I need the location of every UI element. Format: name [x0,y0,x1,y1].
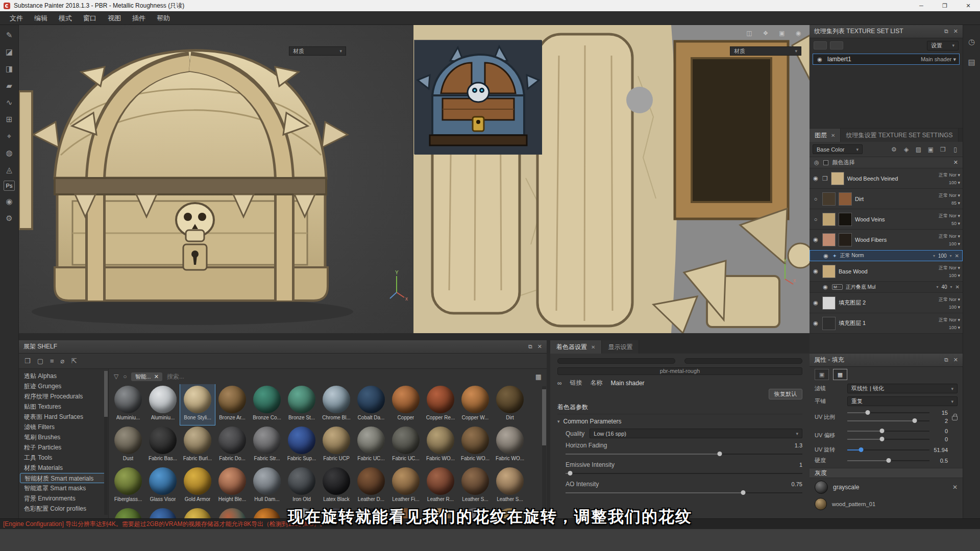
polygon-fill-tool-icon[interactable]: ▰ [3,80,16,92]
menu-item-模式[interactable]: 模式 [53,11,78,25]
layer-visibility-radio[interactable]: ◉ [812,320,819,327]
projection-tool-icon[interactable]: ◨ [3,63,16,75]
menu-item-文件[interactable]: 文件 [4,11,29,25]
shelf-category[interactable]: 材质 Materials [19,463,108,473]
clear-resource-icon[interactable]: ✕ [952,484,958,491]
smudge-tool-icon[interactable]: ∿ [3,96,16,109]
folder-icon[interactable]: ❒ [24,357,31,365]
layer-thumbnail[interactable] [822,233,836,246]
grayscale-thumbnail[interactable] [815,481,828,494]
material-tile[interactable]: Gold Armor [180,466,215,507]
material-tile[interactable]: Dirt [493,384,527,425]
texture-set-action-button[interactable] [814,41,827,49]
quick-mask-tool-icon[interactable]: ◍ [3,147,16,159]
horizon-fading-slider[interactable] [566,450,802,458]
float-panel-icon[interactable]: ⧉ [944,357,948,363]
layer-thumbnail[interactable] [822,192,836,206]
filter-chip[interactable]: 智能... ✕ [131,372,162,381]
shelf-category[interactable]: 笔刷 Brushes [19,432,108,442]
ao-intensity-slider[interactable] [566,489,802,496]
material-tile[interactable]: Leather S... [493,466,527,507]
close-panel-icon[interactable]: ✕ [953,28,958,35]
effect-opacity[interactable]: 100 [938,253,947,259]
material-tile[interactable]: Dust [111,425,145,466]
delete-effect-icon[interactable]: ✕ [955,253,959,259]
material-tile[interactable]: Copper [388,384,423,425]
shelf-category[interactable]: 透贴 Alphas [19,371,108,381]
effect-opacity[interactable]: 40 [941,284,947,290]
layer-opacity[interactable]: 100 ▾ [949,180,960,185]
material-tile[interactable]: Hull Dam... [250,466,284,507]
layer-blend-mode[interactable]: 正常 Nor ▾ [939,192,960,199]
material-grid-scrollbar[interactable] [542,386,546,516]
hardness-value[interactable]: 0.5 [933,458,948,464]
shelf-category[interactable]: 贴图 Textures [19,402,108,412]
layer-thumbnail[interactable] [822,317,836,330]
menu-item-窗口[interactable]: 窗口 [78,11,102,25]
material-tile[interactable]: Leather R... [423,466,458,507]
layer-opacity[interactable]: 100 ▾ [949,325,960,330]
material-tile[interactable]: Bronze St... [284,384,319,425]
quality-dropdown[interactable]: Low (16 spp) ▾ [590,429,802,438]
eraser-tool-icon[interactable]: ◪ [3,46,16,58]
effect-blend-mode[interactable]: 正片叠底 Mul [846,284,934,291]
add-paint-icon[interactable]: ▣ [926,146,935,153]
grayscale-resource-row[interactable]: grayscale ✕ [810,478,963,496]
layer-visibility-radio[interactable]: ◉ [812,268,819,274]
material-tile[interactable]: Iron Old [284,466,319,507]
close-tab-icon[interactable]: ✕ [831,133,835,138]
shelf-category[interactable]: 滤镜 Filters [19,422,108,432]
filter-dropdown[interactable]: 双线性 | 锐化 ▾ [847,384,958,393]
paint-brush-tool-icon[interactable]: ✎ [3,29,16,41]
add-folder-icon[interactable]: ❒ [939,146,947,153]
material-tile[interactable]: Copper Re... [423,384,458,425]
uv-offset-u-value[interactable]: 0 [933,428,948,434]
layer-blend-mode[interactable]: 正常 Nor ▾ [939,317,960,323]
common-parameters-group[interactable]: ▾ Common Parameters [557,418,802,425]
uv-scale-v-value[interactable]: 2 [933,418,948,424]
reference-preview-window[interactable] [414,40,542,154]
ao-intensity-value[interactable]: 0.75 [792,481,802,487]
shelf-category[interactable]: 工具 Tools [19,453,108,463]
layer-opacity[interactable]: 100 ▾ [949,273,960,278]
viewport[interactable]: 材质 ▾ Y x [19,25,810,333]
material-tile[interactable]: Fabric UC... [354,425,388,466]
layer-opacity[interactable]: 100 ▾ [949,241,960,246]
material-tile[interactable]: Fabric WO... [423,425,458,466]
split-view-icon[interactable]: ◫ [744,29,754,37]
layer-visibility-radio[interactable]: ○ [812,196,819,202]
layer-row[interactable]: ◉❒Wood Beech Veined正常 Nor ▾100 ▾ [810,168,963,189]
category-scrollbar[interactable] [104,371,108,515]
material-tile[interactable]: Glass Visor [145,466,180,507]
material-tile[interactable]: Copper W... [458,384,493,425]
material-tile[interactable]: Height Ble... [215,466,250,507]
material-tile[interactable]: Fabric Bas... [145,425,180,466]
projection-mode-tab[interactable]: ▦ [833,369,847,380]
texture-set-shader-dropdown[interactable]: Main shader ▾ [921,56,956,63]
material-tile[interactable]: Bronze Co... [250,384,284,425]
hardness-slider[interactable] [847,457,929,464]
material-tile[interactable]: Fabric Do... [215,425,250,466]
material-tile[interactable]: Leather S... [458,466,493,507]
screenshot-icon[interactable]: ◉ [793,29,803,37]
export-icon[interactable]: ⇱ [71,357,77,365]
layer-blend-mode[interactable]: 正常 Nor ▾ [939,296,960,303]
hide-icon[interactable]: ⌀ [61,357,65,365]
layer-row[interactable]: ◉Wood Fibers正常 Nor ▾100 ▾ [810,230,963,250]
material-tile[interactable]: Bronze Ar... [215,384,250,425]
camera-icon[interactable]: ▣ [777,29,787,37]
layer-row[interactable]: ◉填充图层 1正常 Nor ▾100 ▾ [810,313,963,334]
filter-funnel-icon[interactable]: ▽ [114,373,118,380]
material-tile[interactable]: Aluminiu... [145,384,180,425]
add-fill-icon[interactable]: ▨ [914,146,923,153]
delete-effect-icon[interactable]: ✕ [955,284,960,290]
shader-instance-name[interactable]: Main shader [611,380,645,387]
uv-offset-v-slider[interactable] [847,436,929,443]
material-tile[interactable]: Fabric UCP [319,425,354,466]
close-panel-icon[interactable]: ✕ [537,343,542,350]
float-panel-icon[interactable]: ⧉ [528,343,532,350]
minimize-button[interactable]: ─ [910,0,933,11]
tab-display-settings[interactable]: 显示设置 [602,340,639,354]
uv-scale-v-slider[interactable] [847,417,929,424]
add-effect-icon[interactable]: ◈ [902,146,911,153]
